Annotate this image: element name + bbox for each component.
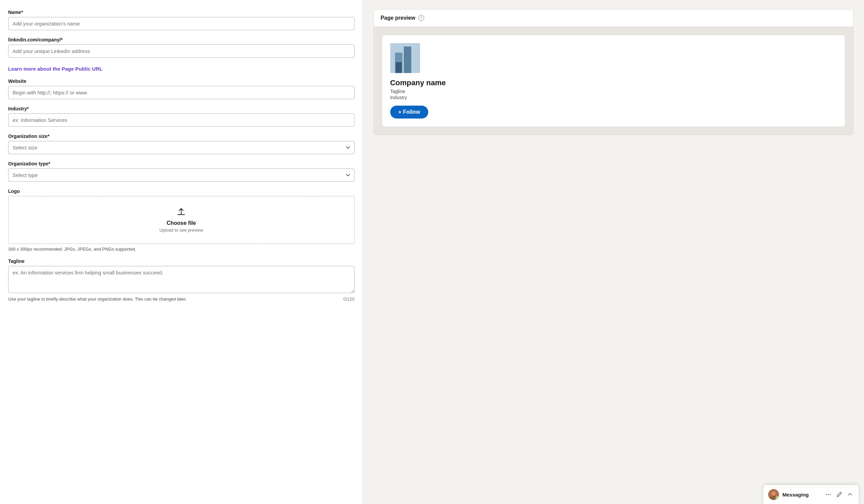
page-preview-title: Page preview (381, 15, 415, 21)
tagline-label: Tagline (8, 258, 355, 264)
messaging-widget: Messaging (764, 485, 859, 504)
messaging-more-button[interactable] (825, 491, 832, 498)
company-name-preview: Company name (390, 78, 837, 87)
logo-note: 300 x 300px recommended. JPGs, JPEGs, an… (8, 247, 355, 252)
messaging-label: Messaging (782, 492, 821, 497)
name-input[interactable] (8, 17, 355, 30)
logo-label: Logo (8, 188, 355, 194)
upload-hint: Upload to see preview (14, 228, 349, 233)
online-indicator (776, 496, 779, 500)
messaging-actions (825, 491, 854, 498)
page-preview-body: Company name Tagline Industry + Follow (374, 27, 853, 135)
company-tagline-preview: Tagline (390, 89, 837, 94)
website-field-group: Website (8, 78, 355, 99)
learn-more-link[interactable]: Learn more about the Page Public URL (8, 66, 103, 72)
website-label: Website (8, 78, 355, 84)
industry-label: Industry* (8, 106, 355, 111)
messaging-collapse-button[interactable] (846, 491, 854, 498)
messaging-compose-button[interactable] (836, 491, 843, 498)
logo-upload-area[interactable]: Choose file Upload to see preview (8, 196, 355, 244)
logo-field-group: Logo Choose file Upload to see preview 3… (8, 188, 355, 252)
svg-point-5 (771, 491, 776, 495)
org-size-field-group: Organization size* Select size2-10 emplo… (8, 134, 355, 154)
industry-input[interactable] (8, 113, 355, 127)
svg-point-7 (826, 494, 827, 495)
svg-rect-3 (396, 62, 402, 73)
tagline-help-text: Use your tagline to briefly describe wha… (8, 296, 343, 302)
page-preview-card: Page preview ? Company name Tagline Ind (374, 10, 853, 135)
help-icon[interactable]: ? (418, 15, 424, 21)
name-label: Name* (8, 10, 355, 15)
linkedin-url-field-group: linkedin.com/company/* (8, 37, 355, 58)
linkedin-url-input[interactable] (8, 45, 355, 58)
org-size-label: Organization size* (8, 134, 355, 139)
company-logo-placeholder (390, 43, 420, 73)
page-preview-header: Page preview ? (374, 10, 853, 27)
org-type-label: Organization type* (8, 161, 355, 167)
left-form-panel: Name* linkedin.com/company/* Learn more … (0, 0, 363, 504)
choose-file-label: Choose file (14, 220, 349, 226)
linkedin-url-label: linkedin.com/company/* (8, 37, 355, 42)
org-type-field-group: Organization type* Select typePublic Com… (8, 161, 355, 182)
svg-point-8 (828, 494, 829, 495)
industry-field-group: Industry* (8, 106, 355, 127)
company-preview-card: Company name Tagline Industry + Follow (382, 35, 845, 127)
svg-rect-2 (404, 47, 411, 73)
svg-point-9 (830, 494, 831, 495)
avatar (768, 489, 779, 500)
tagline-footer: Use your tagline to briefly describe wha… (8, 296, 355, 302)
org-size-select[interactable]: Select size2-10 employees11-50 employees… (8, 141, 355, 154)
name-field-group: Name* (8, 10, 355, 30)
org-type-select[interactable]: Select typePublic CompanySelf-EmployedGo… (8, 169, 355, 182)
tagline-field-group: Tagline Use your tagline to briefly desc… (8, 258, 355, 302)
upload-icon (14, 207, 349, 219)
right-preview-panel: Page preview ? Company name Tagline Ind (363, 0, 864, 504)
company-industry-preview: Industry (390, 95, 837, 100)
tagline-char-count: 0/120 (343, 296, 355, 302)
website-input[interactable] (8, 86, 355, 99)
tagline-textarea[interactable] (8, 266, 355, 293)
follow-button[interactable]: + Follow (390, 106, 428, 119)
